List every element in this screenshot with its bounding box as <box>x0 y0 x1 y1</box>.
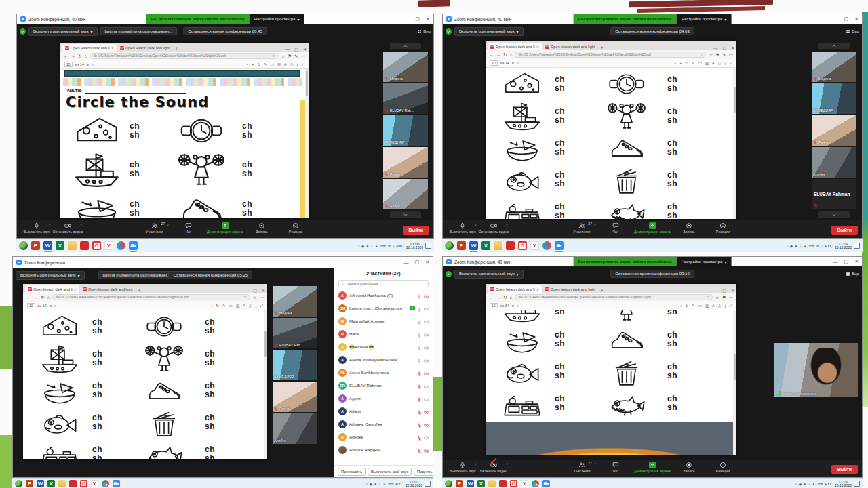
browser-minimize-button[interactable]: — <box>713 289 717 293</box>
word-icon[interactable]: W <box>469 241 478 250</box>
tray-icon[interactable]: ▲ <box>382 482 386 486</box>
erase-icon[interactable]: ▥ <box>705 304 709 308</box>
browser-tab[interactable]: PDFOpen lesson dark and light <box>117 44 172 52</box>
participant-video-tile[interactable]: ELUBAY Rah... <box>383 83 428 114</box>
browser-tab-active[interactable]: PDFOpen lesson dark and li✕ <box>62 44 117 52</box>
view-button[interactable]: Вид <box>846 29 859 34</box>
tray-icon[interactable]: ● <box>374 482 376 486</box>
highlight-icon[interactable]: ▭ <box>229 304 233 308</box>
yandex-icon[interactable]: Y <box>91 480 98 487</box>
search-input[interactable] <box>348 282 425 286</box>
yandex-icon[interactable]: Y <box>530 241 539 250</box>
participant-name-tile[interactable]: ELUBAY Rahman <box>812 179 856 209</box>
tray-icon[interactable]: ◦ <box>393 244 394 248</box>
reactions-button[interactable]: Реакции <box>280 222 311 234</box>
view-settings-button[interactable]: Настройки просмотра▾ <box>677 257 732 266</box>
read-aloud-icon[interactable]: A <box>712 304 715 308</box>
highlight-icon[interactable]: ▭ <box>271 62 274 67</box>
chat-button[interactable]: Чат <box>600 222 631 234</box>
tray-icon[interactable]: ▫ <box>366 482 368 486</box>
start-video-button[interactable]: ˅Включить видео <box>478 462 509 473</box>
refresh-icon[interactable]: ↻ <box>41 295 44 300</box>
tray-icon[interactable]: ◆ <box>790 244 793 248</box>
participant-video-tile[interactable]: Раяна <box>383 147 428 178</box>
raise-hand-button[interactable]: Поднять руку <box>414 468 433 476</box>
browser-app-icon[interactable] <box>80 241 89 250</box>
tab-close-icon[interactable]: ✕ <box>74 287 77 291</box>
tray-icon[interactable]: ⌨ <box>388 482 393 486</box>
chat-button[interactable]: Чат <box>600 462 631 473</box>
caret-icon[interactable]: ˅ <box>49 223 51 227</box>
zoom-out-icon[interactable]: − <box>674 304 676 308</box>
edit-icon[interactable]: ✎ <box>294 54 298 59</box>
file-explorer-icon[interactable] <box>58 480 66 487</box>
zoom-in-icon[interactable]: + <box>679 304 682 308</box>
highlight-icon[interactable]: ▭ <box>698 61 702 66</box>
record-button[interactable]: Запись <box>673 462 705 473</box>
excel-icon[interactable]: X <box>47 480 55 487</box>
new-tab-button[interactable]: + <box>173 47 180 52</box>
favorite-star-icon[interactable]: ☆ <box>700 53 703 56</box>
tray-icon[interactable]: ⌨ <box>380 244 386 248</box>
tray-icon[interactable]: ◆ <box>361 244 364 248</box>
search-icon[interactable]: ⌕ <box>517 61 519 66</box>
participant-video-tile[interactable]: ELUBAY Rah... <box>273 318 317 348</box>
participant-video-tile[interactable]: Медина <box>383 52 428 82</box>
forward-icon[interactable]: → <box>71 54 76 58</box>
leave-button[interactable]: Выйти <box>831 465 858 474</box>
file-explorer-icon[interactable] <box>68 241 77 250</box>
menu-icon[interactable]: ≡ <box>87 62 89 66</box>
maximize-button[interactable]: ▢ <box>415 260 420 265</box>
chrome-icon[interactable] <box>532 480 539 487</box>
minimize-button[interactable]: — <box>833 260 838 264</box>
tray-icon[interactable]: ▫ <box>795 482 797 486</box>
mute-button[interactable]: ˅Выключить звук <box>447 222 478 234</box>
page-number-box[interactable]: 10 <box>490 303 498 308</box>
collections-icon[interactable]: ⚑ <box>715 52 719 58</box>
strip-scroll-down-button[interactable] <box>818 211 850 218</box>
minimize-button[interactable]: — <box>404 260 409 265</box>
close-button[interactable]: ✕ <box>854 259 859 264</box>
collections-icon[interactable]: ⚑ <box>288 54 292 59</box>
participant-row[interactable]: А Анипа Ишимухамбетова <box>334 353 433 366</box>
zoom-in-icon[interactable]: + <box>252 62 254 67</box>
browser-tab-active[interactable]: PDFOpen lesson dark and li✕ <box>488 285 542 293</box>
search-icon[interactable]: ⌕ <box>92 62 94 67</box>
tray-icon[interactable]: ▫ <box>787 244 788 248</box>
leave-button[interactable]: Выйти <box>831 226 858 235</box>
participant-search[interactable] <box>338 280 429 287</box>
participant-video-tile[interactable]: АХМЕДИЯР <box>273 350 317 380</box>
maximize-button[interactable]: ▢ <box>844 259 849 264</box>
browser-close-button[interactable]: ✕ <box>731 45 734 50</box>
tray-icon[interactable]: ● <box>804 482 806 486</box>
word-icon[interactable]: W <box>467 480 474 487</box>
share-screen-button[interactable]: Демонстрация экрана <box>634 222 671 234</box>
more-icon[interactable]: ⋯ <box>301 54 306 59</box>
share-screen-button[interactable]: Демонстрация экрана <box>634 462 671 473</box>
original-sound-button[interactable]: Включить оригинальный звук▾ <box>28 27 98 36</box>
participants-button[interactable]: 27˅Участники <box>566 222 597 234</box>
notification-center-icon[interactable] <box>425 243 431 249</box>
language-indicator[interactable]: РУС <box>395 482 403 486</box>
view-settings-button[interactable]: Настройки просмотра▾ <box>677 14 732 24</box>
participants-button[interactable]: 27˅Участники <box>139 222 170 234</box>
participant-row[interactable]: М Мырзабай Алихан <box>334 314 433 327</box>
tray-icon[interactable]: ◆ <box>799 482 802 486</box>
forward-icon[interactable]: → <box>496 52 501 57</box>
close-button[interactable]: ✕ <box>854 16 859 22</box>
address-bar[interactable]: file:///C:/Users/Гимназия%2036/Desktop/O… <box>515 294 712 300</box>
chrome-icon[interactable] <box>542 241 551 250</box>
minimize-button[interactable]: — <box>405 17 410 22</box>
read-aloud-icon[interactable]: A <box>712 61 715 66</box>
refresh-icon[interactable]: ↻ <box>78 54 81 59</box>
original-sound-button[interactable]: Включить оригинальный звук▾ <box>16 271 85 280</box>
excel-icon[interactable]: X <box>481 241 490 250</box>
word-icon[interactable]: W <box>43 241 52 250</box>
browser-maximize-button[interactable]: ▢ <box>253 288 257 293</box>
participant-video-tile[interactable]: Медина <box>273 286 317 317</box>
fullscreen-icon[interactable]: ⤢ <box>260 304 263 308</box>
new-tab-button[interactable]: + <box>136 288 142 293</box>
tray-icon[interactable]: ▲ <box>374 244 378 248</box>
back-icon[interactable]: ← <box>489 295 494 300</box>
draw-icon[interactable]: ✎ <box>264 62 267 67</box>
